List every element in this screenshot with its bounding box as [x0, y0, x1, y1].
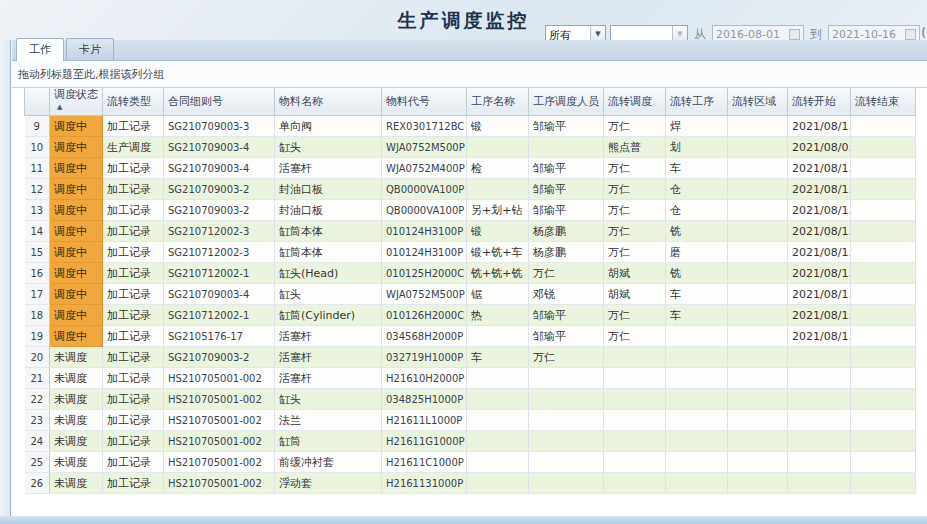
table-cell[interactable] [788, 473, 851, 494]
table-cell[interactable]: 万仁 [529, 263, 604, 284]
table-cell[interactable] [666, 410, 728, 431]
row-number-cell[interactable]: 16 [25, 263, 50, 284]
table-cell[interactable]: SG210712002-1 [164, 305, 275, 326]
table-cell[interactable] [788, 368, 851, 389]
table-cell[interactable]: 邹瑜平 [529, 116, 604, 137]
table-cell[interactable]: 加工记录 [103, 326, 164, 347]
table-cell[interactable]: 010124H3100P [382, 221, 467, 242]
table-cell[interactable]: 2021/08/1... [788, 263, 851, 284]
schedule-status-cell[interactable]: 未调度 [50, 410, 103, 431]
row-number-cell[interactable]: 24 [25, 431, 50, 452]
table-cell[interactable]: 缸头(Head) [275, 263, 382, 284]
table-cell[interactable] [604, 473, 666, 494]
table-cell[interactable]: 2021/08/1... [788, 326, 851, 347]
table-cell[interactable]: 缸头 [275, 137, 382, 158]
table-cell[interactable]: 加工记录 [103, 410, 164, 431]
table-cell[interactable]: 缸头 [275, 389, 382, 410]
table-cell[interactable]: 万仁 [604, 200, 666, 221]
tab-work[interactable]: 工作 [16, 38, 64, 61]
table-cell[interactable] [788, 431, 851, 452]
table-cell[interactable] [529, 389, 604, 410]
table-cell[interactable] [851, 473, 916, 494]
row-number-cell[interactable]: 12 [25, 179, 50, 200]
calendar-icon[interactable] [905, 29, 916, 40]
table-row[interactable]: 19调度中加工记录SG2105176-17活塞杆034568H2000P邹瑜平万… [25, 326, 916, 347]
table-cell[interactable]: 加工记录 [103, 158, 164, 179]
table-cell[interactable]: H21611G1000P [382, 431, 467, 452]
table-cell[interactable] [728, 137, 788, 158]
table-cell[interactable] [851, 263, 916, 284]
schedule-status-cell[interactable]: 调度中 [50, 158, 103, 179]
table-cell[interactable] [529, 473, 604, 494]
table-cell[interactable] [467, 137, 529, 158]
table-cell[interactable]: 熊点普 [604, 137, 666, 158]
table-cell[interactable]: H21610H2000P [382, 368, 467, 389]
table-cell[interactable]: HS210705001-002 [164, 389, 275, 410]
column-header[interactable]: 流转开始 [788, 88, 851, 116]
table-cell[interactable] [666, 452, 728, 473]
table-cell[interactable]: 铣 [666, 263, 728, 284]
schedule-status-cell[interactable]: 未调度 [50, 389, 103, 410]
table-cell[interactable]: 加工记录 [103, 347, 164, 368]
table-cell[interactable]: 车 [666, 284, 728, 305]
table-cell[interactable]: 034568H2000P [382, 326, 467, 347]
table-cell[interactable]: SG210709003-4 [164, 137, 275, 158]
table-cell[interactable] [851, 179, 916, 200]
table-cell[interactable] [851, 116, 916, 137]
table-cell[interactable] [728, 179, 788, 200]
row-number-cell[interactable]: 9 [25, 116, 50, 137]
table-cell[interactable]: 封油口板 [275, 179, 382, 200]
table-cell[interactable] [851, 452, 916, 473]
schedule-status-cell[interactable]: 未调度 [50, 347, 103, 368]
table-cell[interactable]: 加工记录 [103, 242, 164, 263]
table-cell[interactable]: 缸筒本体 [275, 221, 382, 242]
table-cell[interactable]: 邹瑜平 [529, 200, 604, 221]
table-cell[interactable]: 检 [467, 158, 529, 179]
schedule-status-cell[interactable]: 调度中 [50, 221, 103, 242]
table-cell[interactable]: 加工记录 [103, 200, 164, 221]
table-row[interactable]: 11调度中加工记录SG210709003-4活塞杆WJA0752M400P检邹瑜… [25, 158, 916, 179]
table-row[interactable]: 17调度中加工记录SG210709003-4缸头WJA0752M500P锯邓锐胡… [25, 284, 916, 305]
table-cell[interactable] [851, 347, 916, 368]
table-cell[interactable]: 活塞杆 [275, 158, 382, 179]
table-cell[interactable] [788, 347, 851, 368]
table-cell[interactable]: HS210705001-002 [164, 452, 275, 473]
row-number-cell[interactable]: 20 [25, 347, 50, 368]
table-cell[interactable]: 仓 [666, 179, 728, 200]
column-header[interactable]: 物料代号 [382, 88, 467, 116]
table-cell[interactable] [728, 116, 788, 137]
table-cell[interactable] [467, 326, 529, 347]
table-cell[interactable] [728, 158, 788, 179]
table-cell[interactable]: 邹瑜平 [529, 158, 604, 179]
table-cell[interactable]: 加工记录 [103, 284, 164, 305]
table-row[interactable]: 20未调度加工记录SG210709003-2活塞杆032719H1000P车万仁 [25, 347, 916, 368]
table-cell[interactable] [851, 158, 916, 179]
table-row[interactable]: 18调度中加工记录SG210712002-1缸筒(Cylinder)010126… [25, 305, 916, 326]
table-cell[interactable]: 车 [467, 347, 529, 368]
table-cell[interactable]: 加工记录 [103, 116, 164, 137]
column-header[interactable]: 流转工序 [666, 88, 728, 116]
table-cell[interactable]: 邹瑜平 [529, 326, 604, 347]
table-cell[interactable] [529, 368, 604, 389]
table-cell[interactable] [788, 410, 851, 431]
row-number-cell[interactable]: 19 [25, 326, 50, 347]
table-cell[interactable] [666, 389, 728, 410]
table-cell[interactable]: 2021/08/1... [788, 221, 851, 242]
column-header[interactable]: 合同细则号 [164, 88, 275, 116]
table-row[interactable]: 14调度中加工记录SG210712002-3缸筒本体010124H3100P锻杨… [25, 221, 916, 242]
table-cell[interactable]: 加工记录 [103, 221, 164, 242]
row-number-cell[interactable]: 13 [25, 200, 50, 221]
row-number-cell[interactable]: 17 [25, 284, 50, 305]
table-cell[interactable]: SG210712002-3 [164, 221, 275, 242]
table-cell[interactable] [728, 326, 788, 347]
table-cell[interactable] [851, 305, 916, 326]
table-cell[interactable]: WJA0752M400P [382, 158, 467, 179]
column-header[interactable]: 流转调度 [604, 88, 666, 116]
table-cell[interactable]: 2021/08/1... [788, 242, 851, 263]
schedule-status-cell[interactable]: 未调度 [50, 452, 103, 473]
table-cell[interactable]: 缸筒(Cylinder) [275, 305, 382, 326]
table-cell[interactable]: 杨彦鹏 [529, 221, 604, 242]
row-number-column-header[interactable] [25, 88, 50, 116]
table-cell[interactable]: 2021/08/1... [788, 179, 851, 200]
clipped-button[interactable]: ( [921, 26, 926, 40]
